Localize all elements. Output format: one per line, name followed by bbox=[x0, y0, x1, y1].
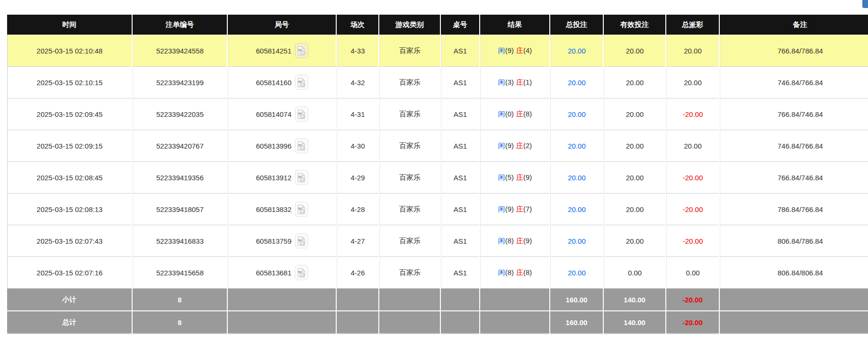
summary-empty-game-type bbox=[379, 288, 440, 310]
summary-empty-game-no bbox=[228, 310, 336, 334]
cell-time: 2025-03-15 02:09:15 bbox=[7, 130, 132, 161]
cell-payout: 20.00 bbox=[666, 35, 719, 66]
cell-remark: 766.84/746.84 bbox=[720, 161, 868, 193]
cell-valid-bet: 20.00 bbox=[604, 35, 665, 66]
table-row[interactable]: 2025-03-15 02:07:16 522339415658 6058136… bbox=[7, 256, 868, 288]
summary-empty-remark bbox=[720, 310, 868, 334]
game-no-text: 605813912 bbox=[256, 174, 291, 182]
cell-payout: -20.00 bbox=[666, 98, 719, 130]
cell-game-no: 605814160 bbox=[228, 66, 336, 98]
cell-table-no: AS1 bbox=[441, 130, 479, 161]
summary-payout: -20.00 bbox=[666, 310, 719, 334]
table-row[interactable]: 2025-03-15 02:10:15 522339423199 6058141… bbox=[7, 66, 868, 98]
result-player-score: (9) bbox=[505, 205, 514, 213]
result-banker-label: 庄 bbox=[516, 78, 523, 86]
cell-table-no: AS1 bbox=[441, 98, 479, 130]
cell-time: 2025-03-15 02:08:45 bbox=[7, 161, 132, 193]
column-header-label: 桌号 bbox=[453, 20, 467, 28]
cell-time: 2025-03-15 02:07:43 bbox=[7, 225, 132, 256]
summary-count: 8 bbox=[133, 310, 227, 334]
game-no-text: 605814160 bbox=[256, 79, 291, 87]
game-no-text: 605814251 bbox=[256, 47, 291, 55]
summary-count: 8 bbox=[133, 288, 227, 310]
video-replay-button[interactable] bbox=[295, 265, 308, 280]
cell-result: 闲(8)庄(8) bbox=[480, 256, 549, 288]
table-header-row: 时间 注单编号 局号 场次 游戏类别 桌号 结果 总投注 有效投注 总派彩 备注 bbox=[7, 15, 868, 35]
cell-game-type: 百家乐 bbox=[379, 66, 440, 98]
summary-empty-result bbox=[480, 310, 549, 334]
cell-valid-bet: 20.00 bbox=[604, 225, 665, 256]
game-no-text: 605814074 bbox=[256, 110, 291, 118]
summary-total-bet: 160.00 bbox=[550, 288, 603, 310]
cell-total-bet: 20.00 bbox=[550, 256, 603, 288]
video-replay-button[interactable] bbox=[295, 138, 308, 153]
cell-remark: 786.84/766.84 bbox=[720, 193, 868, 225]
video-replay-button[interactable] bbox=[295, 75, 308, 90]
cell-time: 2025-03-15 02:08:13 bbox=[7, 193, 132, 225]
cell-game-type: 百家乐 bbox=[379, 161, 440, 193]
table-row[interactable]: 2025-03-15 02:07:43 522339416833 6058137… bbox=[7, 225, 868, 256]
cell-valid-bet: 20.00 bbox=[604, 193, 665, 225]
column-header-label: 备注 bbox=[793, 20, 807, 28]
cell-bet-no: 522339415658 bbox=[133, 256, 227, 288]
video-replay-button[interactable] bbox=[295, 233, 308, 248]
cell-game-type: 百家乐 bbox=[379, 98, 440, 130]
cell-bet-no: 522339424558 bbox=[133, 35, 227, 66]
table-row[interactable]: 2025-03-15 02:08:45 522339419356 6058139… bbox=[7, 161, 868, 193]
table-row[interactable]: 2025-03-15 02:09:15 522339420767 6058139… bbox=[7, 130, 868, 161]
cell-remark: 806.84/806.84 bbox=[720, 256, 868, 288]
cell-total-bet: 20.00 bbox=[550, 66, 603, 98]
cell-table-no: AS1 bbox=[441, 66, 479, 98]
cell-bet-no: 522339416833 bbox=[133, 225, 227, 256]
table-row[interactable]: 2025-03-15 02:09:45 522339422035 6058140… bbox=[7, 98, 868, 130]
game-no-text: 605813832 bbox=[256, 205, 291, 213]
cell-result: 闲(8)庄(9) bbox=[480, 225, 549, 256]
video-replay-button[interactable] bbox=[295, 202, 308, 217]
table-row[interactable]: 2025-03-15 02:08:13 522339418057 6058138… bbox=[7, 193, 868, 225]
result-player-label: 闲 bbox=[498, 141, 505, 150]
cell-bet-no: 522339422035 bbox=[133, 98, 227, 130]
column-header-payout: 总派彩 bbox=[666, 15, 719, 35]
betting-records-table: 时间 注单编号 局号 场次 游戏类别 桌号 结果 总投注 有效投注 总派彩 备注… bbox=[6, 15, 868, 334]
result-player-label: 闲 bbox=[498, 237, 505, 245]
cell-result: 闲(0)庄(8) bbox=[480, 98, 549, 130]
cell-game-no: 605813832 bbox=[228, 193, 336, 225]
cell-remark: 746.84/766.84 bbox=[720, 130, 868, 161]
cell-session: 4-31 bbox=[337, 98, 378, 130]
cell-game-type: 百家乐 bbox=[379, 225, 440, 256]
cell-time: 2025-03-15 02:09:45 bbox=[7, 98, 132, 130]
cell-table-no: AS1 bbox=[441, 256, 479, 288]
cell-session: 4-29 bbox=[337, 161, 378, 193]
result-player-score: (9) bbox=[505, 141, 514, 150]
video-replay-button[interactable] bbox=[295, 170, 308, 185]
video-replay-button[interactable] bbox=[295, 43, 308, 58]
result-banker-score: (8) bbox=[523, 268, 532, 276]
top-right-blue-button-fragment[interactable] bbox=[862, 0, 868, 8]
column-header-label: 总派彩 bbox=[682, 20, 703, 28]
game-no-text: 605813681 bbox=[256, 269, 291, 277]
result-player-label: 闲 bbox=[498, 173, 505, 181]
result-banker-label: 庄 bbox=[516, 46, 523, 54]
summary-valid-bet: 140.00 bbox=[604, 288, 665, 310]
cell-table-no: AS1 bbox=[441, 35, 479, 66]
cell-bet-no: 522339420767 bbox=[133, 130, 227, 161]
cell-bet-no: 522339419356 bbox=[133, 161, 227, 193]
cell-payout: -20.00 bbox=[666, 225, 719, 256]
summary-row: 小计 8 160.00 140.00 -20.00 bbox=[7, 288, 868, 310]
summary-total-bet: 160.00 bbox=[550, 310, 603, 334]
table-row[interactable]: 2025-03-15 02:10:48 522339424558 6058142… bbox=[7, 35, 868, 66]
cell-payout: -20.00 bbox=[666, 193, 719, 225]
result-player-score: (8) bbox=[505, 237, 514, 245]
video-replay-icon bbox=[297, 141, 305, 151]
cell-remark: 766.84/746.84 bbox=[720, 98, 868, 130]
column-header-label: 时间 bbox=[63, 20, 77, 28]
cell-bet-no: 522339423199 bbox=[133, 66, 227, 98]
column-header-label: 游戏类别 bbox=[395, 20, 424, 28]
summary-empty-game-type bbox=[379, 310, 440, 334]
result-banker-label: 庄 bbox=[516, 173, 523, 181]
video-replay-button[interactable] bbox=[295, 106, 308, 122]
column-header-result: 结果 bbox=[480, 15, 549, 35]
cell-game-type: 百家乐 bbox=[379, 193, 440, 225]
cell-session: 4-32 bbox=[337, 66, 378, 98]
result-player-score: (8) bbox=[505, 268, 514, 276]
